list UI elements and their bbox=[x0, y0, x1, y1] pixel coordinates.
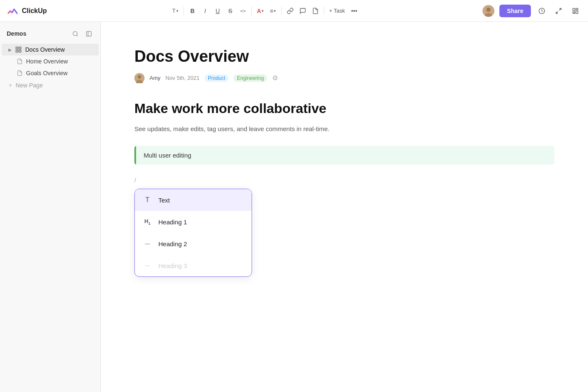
svg-point-19 bbox=[138, 75, 141, 79]
svg-rect-6 bbox=[573, 8, 575, 11]
svg-rect-16 bbox=[16, 50, 18, 52]
toolbar: ClickUp T ▾ B I U S <> A ▾ ≡ ▾ bbox=[0, 0, 588, 22]
add-task-button[interactable]: + Task bbox=[327, 5, 348, 17]
toolbar-right: Share bbox=[483, 5, 581, 17]
blockquote: Multi user editing bbox=[134, 146, 554, 165]
doc-button[interactable] bbox=[310, 5, 321, 17]
svg-rect-14 bbox=[16, 47, 18, 49]
heading3-item-icon: — bbox=[142, 260, 153, 271]
expand-button[interactable] bbox=[553, 5, 564, 17]
user-avatar[interactable] bbox=[483, 5, 494, 17]
doc-subtitle: See updates, make edits, tag users, and … bbox=[134, 124, 554, 134]
sidebar-item-label-home-overview: Home Overview bbox=[26, 58, 68, 65]
docs-overview-icon bbox=[15, 46, 22, 53]
sidebar-item-label-goals-overview: Goals Overview bbox=[26, 70, 68, 76]
doc-author: Amy bbox=[150, 75, 160, 81]
code-button[interactable]: <> bbox=[237, 5, 249, 17]
main-layout: Demos ▶ bbox=[0, 22, 588, 392]
sidebar-item-docs-overview[interactable]: ▶ Docs Overview bbox=[2, 44, 99, 55]
heading1-item-icon: H1 bbox=[142, 216, 153, 228]
goals-overview-icon bbox=[17, 70, 23, 76]
home-overview-icon bbox=[17, 58, 23, 64]
sidebar-search-button[interactable] bbox=[70, 29, 80, 39]
content-area: Docs Overview Amy Nov 5th, 2021 Product … bbox=[101, 22, 588, 392]
color-button[interactable]: A ▾ bbox=[254, 5, 266, 17]
svg-line-5 bbox=[556, 11, 558, 13]
dropdown-item-heading3[interactable]: — Heading 3 bbox=[135, 255, 252, 276]
sidebar-collapse-button[interactable] bbox=[84, 29, 94, 39]
text-format-button[interactable]: T ▾ bbox=[169, 5, 181, 17]
toolbar-divider-4 bbox=[324, 7, 324, 15]
layout-button[interactable] bbox=[570, 5, 581, 17]
dropdown-text-label: Text bbox=[158, 197, 170, 204]
svg-rect-15 bbox=[19, 47, 21, 49]
blockquote-content: Multi user editing bbox=[136, 146, 199, 165]
toolbar-divider-2 bbox=[251, 7, 252, 15]
comment-button[interactable] bbox=[297, 5, 309, 17]
toolbar-divider-3 bbox=[281, 7, 282, 15]
toolbar-divider-1 bbox=[184, 7, 184, 15]
svg-rect-12 bbox=[86, 31, 91, 36]
more-button[interactable]: ••• bbox=[348, 5, 360, 17]
author-avatar bbox=[134, 73, 144, 83]
tag-settings-icon[interactable]: ⚙ bbox=[272, 74, 278, 82]
dropdown-heading1-label: Heading 1 bbox=[158, 218, 187, 226]
link-button[interactable] bbox=[284, 5, 296, 17]
sidebar-arrow-icon: ▶ bbox=[8, 47, 12, 52]
svg-line-11 bbox=[76, 35, 78, 36]
tag-product[interactable]: Product bbox=[205, 74, 228, 82]
svg-rect-8 bbox=[576, 11, 578, 13]
heading2-item-icon: — bbox=[142, 238, 153, 250]
text-item-icon: T bbox=[142, 194, 153, 206]
document-title[interactable]: Docs Overview bbox=[134, 47, 554, 66]
svg-point-1 bbox=[486, 8, 491, 12]
share-button[interactable]: Share bbox=[499, 5, 531, 17]
strikethrough-button[interactable]: S bbox=[224, 5, 236, 17]
slash-command-area[interactable]: / bbox=[134, 175, 554, 185]
italic-button[interactable]: I bbox=[199, 5, 211, 17]
sidebar: Demos ▶ bbox=[0, 22, 101, 392]
sidebar-header: Demos bbox=[0, 29, 100, 44]
underline-button[interactable]: U bbox=[212, 5, 223, 17]
svg-point-10 bbox=[73, 31, 77, 35]
doc-meta: Amy Nov 5th, 2021 Product Engineering ⚙ bbox=[134, 73, 554, 83]
doc-date: Nov 5th, 2021 bbox=[165, 75, 200, 81]
bold-button[interactable]: B bbox=[186, 5, 198, 17]
doc-heading: Make work more collaborative bbox=[134, 100, 554, 118]
new-page-button[interactable]: + New Page bbox=[2, 79, 99, 92]
svg-rect-9 bbox=[573, 12, 575, 13]
svg-rect-17 bbox=[19, 50, 21, 52]
dropdown-item-heading2[interactable]: — Heading 2 bbox=[135, 233, 252, 255]
dropdown-heading2-label: Heading 2 bbox=[158, 240, 187, 247]
svg-rect-7 bbox=[576, 8, 578, 10]
sidebar-header-icons bbox=[70, 29, 94, 39]
new-page-plus-icon: + bbox=[8, 82, 12, 89]
dropdown-heading3-label: Heading 3 bbox=[158, 262, 187, 269]
toolbar-logo-area: ClickUp bbox=[7, 5, 47, 17]
dropdown-item-heading1[interactable]: H1 Heading 1 bbox=[135, 211, 252, 233]
logo[interactable]: ClickUp bbox=[7, 5, 47, 17]
align-button[interactable]: ≡ ▾ bbox=[267, 5, 279, 17]
sidebar-item-label-docs-overview: Docs Overview bbox=[25, 46, 65, 53]
workspace-title: Demos bbox=[7, 30, 26, 37]
history-button[interactable] bbox=[536, 5, 548, 17]
sidebar-item-home-overview[interactable]: Home Overview bbox=[2, 55, 99, 67]
logo-text: ClickUp bbox=[22, 7, 47, 15]
sidebar-item-goals-overview[interactable]: Goals Overview bbox=[2, 67, 99, 79]
toolbar-center: T ▾ B I U S <> A ▾ ≡ ▾ bbox=[169, 5, 360, 17]
slash-command-dropdown: T Text H1 Heading 1 — Heading 2 — bbox=[134, 189, 252, 277]
new-page-label: New Page bbox=[16, 82, 43, 89]
dropdown-item-text[interactable]: T Text bbox=[135, 189, 252, 211]
svg-line-4 bbox=[559, 8, 561, 11]
tag-engineering[interactable]: Engineering bbox=[234, 74, 267, 82]
